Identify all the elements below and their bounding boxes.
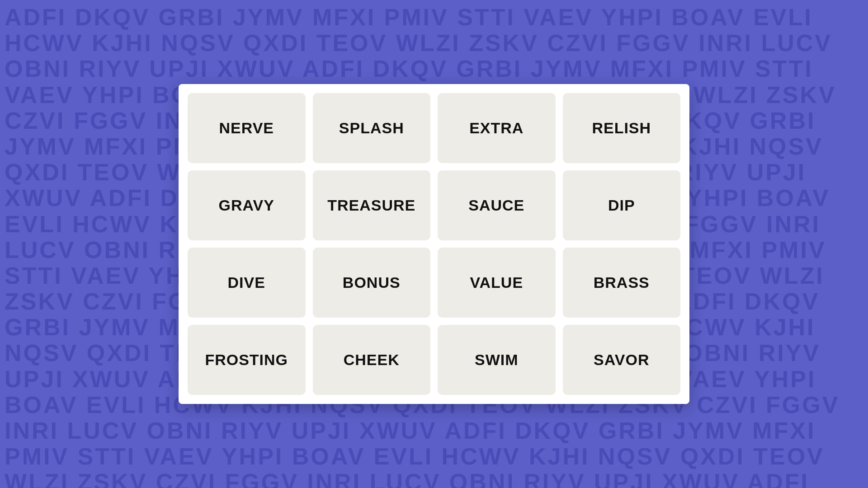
word-label: CHEEK [344, 351, 400, 369]
word-card: NERVESPLASHEXTRARELISHGRAVYTREASURESAUCE… [179, 84, 689, 404]
word-label: TREASURE [327, 197, 415, 214]
word-label: SWIM [475, 351, 519, 369]
word-label: RELISH [592, 119, 651, 137]
word-cell-sauce[interactable]: SAUCE [438, 170, 556, 240]
word-label: DIP [608, 197, 635, 214]
word-label: VALUE [470, 274, 523, 291]
word-label: DIVE [228, 274, 265, 291]
word-cell-relish[interactable]: RELISH [563, 93, 681, 163]
word-label: NERVE [219, 119, 274, 137]
word-label: BRASS [594, 274, 650, 291]
word-cell-savor[interactable]: SAVOR [563, 325, 681, 395]
word-cell-gravy[interactable]: GRAVY [188, 170, 306, 240]
word-cell-treasure[interactable]: TREASURE [313, 170, 431, 240]
word-cell-dip[interactable]: DIP [563, 170, 681, 240]
word-label: SPLASH [339, 119, 404, 137]
word-cell-dive[interactable]: DIVE [188, 248, 306, 318]
word-grid: NERVESPLASHEXTRARELISHGRAVYTREASURESAUCE… [188, 93, 680, 395]
word-cell-splash[interactable]: SPLASH [313, 93, 431, 163]
word-label: GRAVY [219, 197, 274, 214]
word-label: BONUS [343, 274, 401, 291]
word-cell-extra[interactable]: EXTRA [438, 93, 556, 163]
word-label: SAUCE [468, 197, 524, 214]
word-cell-cheek[interactable]: CHEEK [313, 325, 431, 395]
word-cell-brass[interactable]: BRASS [563, 248, 681, 318]
word-cell-frosting[interactable]: FROSTING [188, 325, 306, 395]
word-label: FROSTING [205, 351, 288, 369]
word-cell-bonus[interactable]: BONUS [313, 248, 431, 318]
word-cell-value[interactable]: VALUE [438, 248, 556, 318]
word-label: SAVOR [594, 351, 649, 369]
word-cell-nerve[interactable]: NERVE [188, 93, 306, 163]
word-label: EXTRA [469, 119, 524, 137]
word-cell-swim[interactable]: SWIM [438, 325, 556, 395]
